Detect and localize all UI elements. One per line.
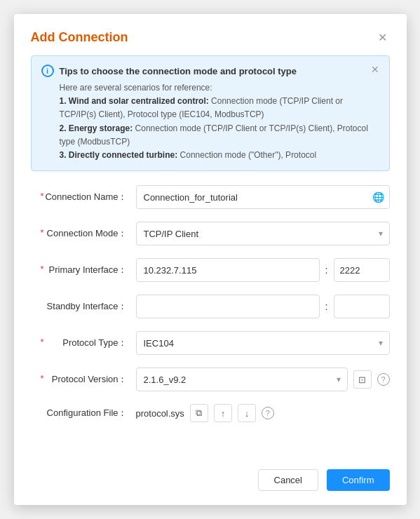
protocol-version-select[interactable]: 2.1.6_v9.2 [136,368,348,391]
cancel-button[interactable]: Cancel [258,469,318,491]
help-icon: ? [381,375,385,384]
primary-ip-input[interactable] [136,258,320,282]
dialog-header: Add Connection ✕ [14,14,407,55]
colon-separator: : [324,264,330,276]
globe-icon: 🌐 [372,191,384,203]
standby-interface-row: Standby Interface： : [31,295,390,318]
connection-mode-label: Connection Mode： [31,227,136,240]
standby-interface-label: Standby Interface： [31,300,136,313]
config-file-label: Configuration File： [31,407,136,419]
info-icon: i [41,65,54,77]
dialog-title: Add Connection [31,30,128,45]
config-filename: protocol.sys [136,408,184,419]
connection-name-label: Connection Name： [31,191,136,203]
standby-port-input[interactable] [334,295,390,318]
protocol-help-button[interactable]: ? [377,373,390,386]
primary-interface-label: Primary Interface： [31,264,136,276]
copy-icon: ⧉ [196,407,202,419]
upload-icon: ↑ [221,408,226,419]
connection-mode-row: Connection Mode： TCP/IP Client TCP/IP(s)… [31,222,390,245]
save-icon: ⊡ [358,375,366,385]
tip-item-1-label: 1. Wind and solar centralized control: [60,96,209,106]
protocol-type-select[interactable]: IEC104 ModbusTCP [136,331,390,355]
tip-item-2-label: 2. Energy storage: [60,123,133,133]
protocol-type-row: Protocol Type： IEC104 ModbusTCP ▾ [31,331,390,355]
standby-colon-separator: : [324,301,330,312]
protocol-version-fields: 2.1.6_v9.2 ▾ ⊡ ? [136,368,390,391]
standby-ip-input[interactable] [136,295,320,318]
connection-name-input[interactable] [136,185,390,209]
config-file-fields: protocol.sys ⧉ ↑ ↓ ? [136,404,274,422]
config-file-row: Configuration File： protocol.sys ⧉ ↑ ↓ ? [31,404,390,422]
protocol-version-label: Protocol Version： [31,373,136,386]
protocol-type-select-wrapper: IEC104 ModbusTCP ▾ [136,331,390,355]
protocol-version-row: Protocol Version： 2.1.6_v9.2 ▾ ⊡ ? [31,368,390,391]
primary-interface-fields: : [136,258,390,282]
connection-name-row: Connection Name： 🌐 [31,185,390,209]
tip-title-row: i Tips to choose the connection mode and… [41,65,297,77]
dialog-footer: Cancel Confirm [14,461,407,505]
protocol-type-label: Protocol Type： [31,337,136,349]
tip-box: i Tips to choose the connection mode and… [31,55,390,171]
add-connection-dialog: Add Connection ✕ i Tips to choose the co… [14,14,407,505]
protocol-version-select-wrapper: 2.1.6_v9.2 ▾ [136,368,348,391]
standby-interface-fields: : [136,295,390,318]
config-copy-button[interactable]: ⧉ [190,404,208,422]
connection-mode-select[interactable]: TCP/IP Client TCP/IP(s) Client Other [136,222,390,245]
connection-mode-select-wrapper: TCP/IP Client TCP/IP(s) Client Other ▾ [136,222,390,245]
primary-interface-row: Primary Interface： : [31,258,390,282]
tip-box-header: i Tips to choose the connection mode and… [41,65,379,81]
tip-title: Tips to choose the connection mode and p… [60,66,297,76]
tip-intro: Here are several scenarios for reference… [60,83,212,93]
tip-item-3-text: Connection mode ("Other"), Protocol [177,150,316,160]
config-upload-button[interactable]: ↑ [214,404,232,422]
download-icon: ↓ [245,408,250,419]
config-help-button[interactable]: ? [262,407,274,419]
confirm-button[interactable]: Confirm [327,469,390,491]
config-download-button[interactable]: ↓ [238,404,256,422]
protocol-save-button[interactable]: ⊡ [353,370,372,389]
tip-close-button[interactable]: ✕ [371,65,379,74]
close-button[interactable]: ✕ [375,28,390,47]
dialog-body: i Tips to choose the connection mode and… [14,55,407,461]
primary-port-input[interactable] [334,258,390,282]
connection-name-field-wrapper: 🌐 [136,185,390,209]
tip-item-3-label: 3. Directly connected turbine: [60,150,178,160]
config-help-icon: ? [266,409,270,417]
tip-content: Here are several scenarios for reference… [41,81,379,162]
